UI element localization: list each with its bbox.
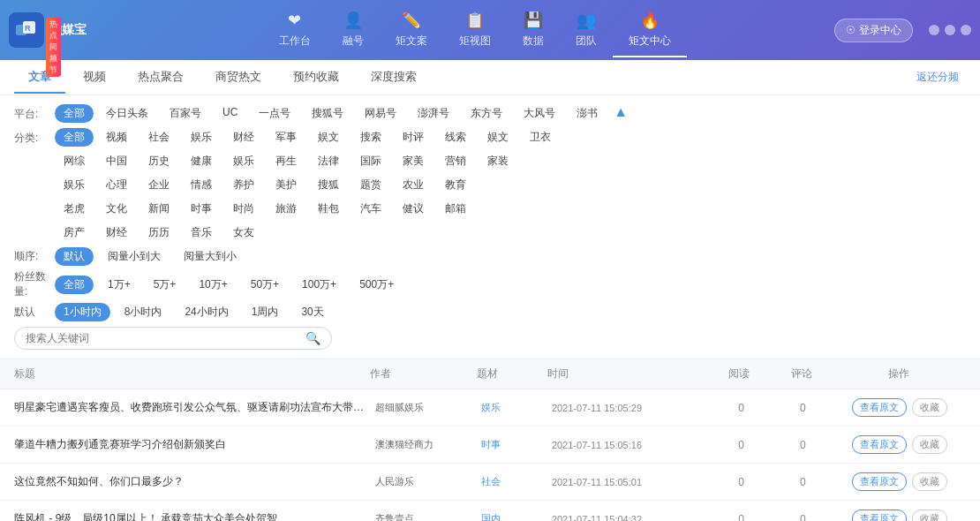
category-sousuo[interactable]: 搜索 xyxy=(351,128,390,147)
order-default[interactable]: 默认 xyxy=(55,247,94,266)
time-1h[interactable]: 1小时内 xyxy=(55,303,110,321)
cat-qiye[interactable]: 企业 xyxy=(139,176,178,194)
cat-yule2[interactable]: 娱乐 xyxy=(224,152,263,170)
cat-jiazhuang[interactable]: 家装 xyxy=(479,152,517,170)
tab-business-hot[interactable]: 商贸热文 xyxy=(201,62,275,94)
platform-book[interactable]: 澎书 xyxy=(568,104,607,123)
platform-uc[interactable]: UC xyxy=(214,104,246,123)
category-shehui[interactable]: 社会 xyxy=(139,128,178,147)
category-junshi[interactable]: 军事 xyxy=(267,128,305,147)
platform-all[interactable]: 全部 xyxy=(55,104,94,123)
tab-video[interactable]: 视频 xyxy=(69,62,120,94)
cat-xinli[interactable]: 心理 xyxy=(97,176,136,194)
category-shiping[interactable]: 时评 xyxy=(394,128,433,147)
cat-tishang[interactable]: 题赏 xyxy=(351,176,390,194)
cat-yanghu[interactable]: 养护 xyxy=(224,176,263,194)
cat-lili[interactable]: 历历 xyxy=(139,223,178,242)
tab-hot-aggregate[interactable]: 热点聚合 xyxy=(124,62,198,94)
minimize-btn[interactable] xyxy=(929,25,939,35)
platform-baijiahao[interactable]: 百家号 xyxy=(161,104,210,123)
fans-5w[interactable]: 5万+ xyxy=(145,276,185,294)
category-all[interactable]: 全部 xyxy=(55,128,94,147)
cat-nvyou[interactable]: 女友 xyxy=(224,223,263,242)
cat-wenhua[interactable]: 文化 xyxy=(97,200,136,218)
cat-xinwen[interactable]: 新闻 xyxy=(139,200,178,218)
cat-zhongguo[interactable]: 中国 xyxy=(97,152,136,170)
cat-xiebao[interactable]: 鞋包 xyxy=(309,200,348,218)
cat-jiaoyu[interactable]: 教育 xyxy=(436,176,475,194)
fans-500w[interactable]: 500万+ xyxy=(351,276,403,294)
row1-view-btn[interactable]: 查看原文 xyxy=(852,398,907,417)
nav-account[interactable]: 👤 融号 xyxy=(327,4,380,57)
cat-jiamei[interactable]: 家美 xyxy=(394,152,433,170)
row4-view-btn[interactable]: 查看原文 xyxy=(852,510,907,521)
platform-expand-btn[interactable]: ▲ xyxy=(610,104,631,123)
fans-50w[interactable]: 50万+ xyxy=(242,276,288,294)
category-xiansuo[interactable]: 线索 xyxy=(436,128,475,147)
cat-jiankang[interactable]: 健康 xyxy=(182,152,221,170)
cat-lvyou[interactable]: 旅游 xyxy=(267,200,305,218)
nav-workbench[interactable]: ❤ 工作台 xyxy=(263,4,327,57)
cat-yingxiao[interactable]: 营销 xyxy=(436,152,475,170)
category-yule[interactable]: 娱乐 xyxy=(182,128,221,147)
time-24h[interactable]: 24小时内 xyxy=(176,303,237,321)
platform-wangyi[interactable]: 网易号 xyxy=(356,104,405,123)
platform-sohu[interactable]: 搜狐号 xyxy=(303,104,352,123)
order-asc[interactable]: 阅量小到大 xyxy=(99,247,170,266)
cat-falv[interactable]: 法律 xyxy=(309,152,348,170)
cat-fangchan[interactable]: 房产 xyxy=(55,223,94,242)
platform-yidian[interactable]: 一点号 xyxy=(250,104,299,123)
tab-reservation[interactable]: 预约收藏 xyxy=(279,62,353,94)
cat-qiche[interactable]: 汽车 xyxy=(351,200,390,218)
cat-souhu[interactable]: 搜狐 xyxy=(309,176,348,194)
platform-dafeng[interactable]: 大风号 xyxy=(515,104,564,123)
fans-1w[interactable]: 1万+ xyxy=(99,276,139,294)
time-1w[interactable]: 1周内 xyxy=(243,303,288,321)
cat-zaisheng[interactable]: 再生 xyxy=(267,152,305,170)
row1-fav-btn[interactable]: 收藏 xyxy=(912,398,947,417)
tab-deep-search[interactable]: 深度搜索 xyxy=(357,62,431,94)
user-center-btn[interactable]: ☉ 登录中心 xyxy=(834,19,913,42)
row2-view-btn[interactable]: 查看原文 xyxy=(852,435,907,454)
cat-shishi[interactable]: 时事 xyxy=(182,200,221,218)
platform-toutiao[interactable]: 今日头条 xyxy=(97,104,157,123)
category-shipin[interactable]: 视频 xyxy=(97,128,136,147)
cat-qinggan[interactable]: 情感 xyxy=(182,176,221,194)
nav-matrix[interactable]: 📋 矩视图 xyxy=(443,4,507,57)
category-yuwen[interactable]: 娱文 xyxy=(309,128,348,147)
cat-jianyi[interactable]: 健议 xyxy=(394,200,433,218)
close-btn[interactable] xyxy=(961,25,971,35)
nav-content-center[interactable]: 🔥 矩文中心 xyxy=(613,4,687,57)
platform-pengpai[interactable]: 澎湃号 xyxy=(409,104,458,123)
cat-caijing2[interactable]: 财经 xyxy=(97,223,136,242)
nav-copywriting[interactable]: ✏️ 矩文案 xyxy=(380,4,443,57)
nav-data[interactable]: 💾 数据 xyxy=(507,4,560,57)
fans-all[interactable]: 全部 xyxy=(55,276,94,294)
platform-dongfang[interactable]: 东方号 xyxy=(462,104,511,123)
cat-shishang[interactable]: 时尚 xyxy=(224,200,263,218)
row3-fav-btn[interactable]: 收藏 xyxy=(912,472,947,491)
cat-nongye[interactable]: 农业 xyxy=(394,176,433,194)
cat-wangzong[interactable]: 网综 xyxy=(55,152,94,170)
cat-yinyue[interactable]: 音乐 xyxy=(182,223,221,242)
fans-100w[interactable]: 100万+ xyxy=(293,276,345,294)
fans-10w[interactable]: 10万+ xyxy=(190,276,236,294)
category-weiyi[interactable]: 卫衣 xyxy=(521,128,560,147)
cat-laohu[interactable]: 老虎 xyxy=(55,200,94,218)
cat-youxiang[interactable]: 邮箱 xyxy=(436,200,475,218)
row4-fav-btn[interactable]: 收藏 xyxy=(912,510,947,521)
row3-view-btn[interactable]: 查看原文 xyxy=(852,472,907,491)
time-30d[interactable]: 30天 xyxy=(292,303,332,321)
row2-fav-btn[interactable]: 收藏 xyxy=(912,435,947,454)
sort-frequency-btn[interactable]: 返还分频 xyxy=(909,66,966,88)
search-input[interactable] xyxy=(26,332,305,344)
nav-team[interactable]: 👥 团队 xyxy=(560,4,613,57)
cat-guoji[interactable]: 国际 xyxy=(351,152,390,170)
search-icon[interactable]: 🔍 xyxy=(305,331,320,345)
category-yuwen2[interactable]: 娱文 xyxy=(479,128,517,147)
maximize-btn[interactable] xyxy=(945,25,955,35)
cat-yule3[interactable]: 娱乐 xyxy=(55,176,94,194)
order-desc[interactable]: 阅量大到小 xyxy=(175,247,245,266)
time-8h[interactable]: 8小时内 xyxy=(116,303,171,321)
category-caijing[interactable]: 财经 xyxy=(224,128,263,147)
